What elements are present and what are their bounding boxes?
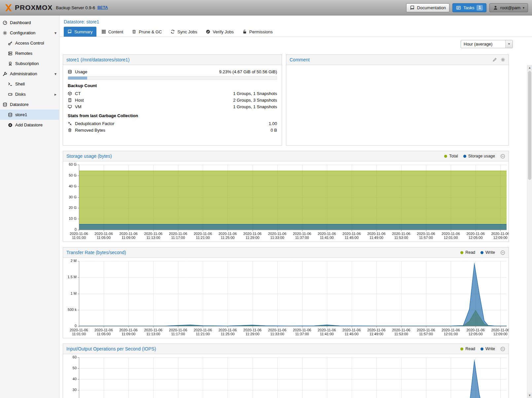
- row-label: CT: [75, 91, 81, 96]
- tab-label: Prune & GC: [139, 29, 162, 34]
- scroll-down-button[interactable]: ▼: [527, 393, 532, 398]
- gear-icon[interactable]: [501, 57, 505, 62]
- iops-panel: Input/Output Operations per Second (IOPS…: [63, 344, 509, 398]
- book-icon: [67, 29, 72, 34]
- gc-row-removed-bytes: Removed Bytes 0 B: [68, 127, 277, 133]
- sidebar-item-dashboard[interactable]: Dashboard: [0, 17, 59, 28]
- comment-body[interactable]: [286, 65, 509, 145]
- documentation-button[interactable]: Documentation: [406, 3, 449, 12]
- backup-row-ct: CT 1 Groups, 1 Snapshots: [68, 90, 277, 97]
- user-label: root@pam: [500, 5, 520, 10]
- panel-title: store1 (/mnt/datastores/store1): [66, 57, 129, 62]
- scrollbar-thumb[interactable]: [528, 71, 531, 180]
- documentation-label: Documentation: [417, 5, 446, 10]
- legend-dot: [444, 155, 447, 158]
- tab-sync-jobs[interactable]: Sync Jobs: [167, 27, 201, 37]
- legend-dot: [480, 348, 483, 350]
- sidebar-item-remotes[interactable]: Remotes: [0, 48, 59, 58]
- legend-label: Storage usage: [468, 154, 495, 158]
- row-value: 1 Groups, 1 Snapshots: [233, 91, 277, 96]
- usage-value: 9.23% (4.67 GiB of 50.56 GiB): [219, 69, 277, 74]
- legend-item: Write: [480, 347, 495, 351]
- collapse-icon[interactable]: [500, 347, 505, 351]
- shell-icon: [8, 82, 13, 86]
- sidebar-item-label: Shell: [15, 82, 25, 86]
- tab-label: Permissions: [249, 29, 273, 34]
- logo-text: PROXMOX: [15, 4, 53, 12]
- chevron-down-icon[interactable]: ▾: [54, 31, 56, 35]
- beta-link[interactable]: BETA: [97, 5, 108, 10]
- chevron-down-icon: ▾: [523, 6, 524, 10]
- sidebar-item-store1[interactable]: store1: [0, 110, 59, 120]
- sidebar-item-label: Administration: [10, 71, 37, 76]
- usage-progress-bar: [68, 76, 277, 80]
- tasks-button[interactable]: Tasks 1: [452, 3, 486, 12]
- tab-content[interactable]: Content: [98, 27, 127, 37]
- chart-toolbar: Hour (average): [60, 37, 532, 51]
- product-subtitle: Backup Server 0.9-6: [56, 5, 95, 10]
- disk-icon: [8, 92, 13, 97]
- building-icon: [68, 98, 72, 102]
- vertical-scrollbar[interactable]: ▲ ▼: [527, 65, 532, 398]
- sidebar-item-datastore[interactable]: Datastore: [0, 99, 59, 110]
- sidebar-item-shell[interactable]: Shell: [0, 79, 59, 89]
- chevron-right-icon[interactable]: ▸: [54, 92, 56, 96]
- tab-permissions[interactable]: Permissions: [239, 27, 276, 37]
- time-range-value: Hour (average): [461, 42, 505, 47]
- legend-label: Read: [465, 347, 475, 351]
- remotes-icon: [8, 51, 13, 56]
- desktop-icon: [68, 105, 72, 109]
- row-label: Removed Bytes: [75, 128, 105, 133]
- comment-panel: Comment: [286, 54, 509, 146]
- transfer-rate-panel: Transfer Rate (bytes/second) Read Write: [63, 247, 509, 338]
- sidebar-item-configuration[interactable]: Configuration ▾: [0, 28, 59, 38]
- storage-usage-panel: Storage usage (bytes) Total Storage usag…: [63, 151, 509, 242]
- sidebar-item-disks[interactable]: Disks ▸: [0, 89, 59, 99]
- sidebar-item-access-control[interactable]: Access Control: [0, 38, 59, 48]
- tab-bar: Summary Content Prune & GC Sync Jobs: [60, 27, 532, 37]
- chart-legend: Read Write: [460, 347, 505, 351]
- row-value: 1 Groups, 1 Snapshots: [233, 104, 277, 109]
- tab-label: Verify Jobs: [213, 29, 234, 34]
- tab-label: Sync Jobs: [177, 29, 197, 34]
- tab-summary[interactable]: Summary: [64, 27, 96, 37]
- legend-dot: [460, 348, 463, 350]
- storage-usage-chart: [63, 161, 509, 242]
- app-header: PROXMOX Backup Server 0.9-6 BETA Documen…: [0, 0, 532, 16]
- sidebar-item-administration[interactable]: Administration ▾: [0, 69, 59, 79]
- row-value: 0 B: [270, 128, 277, 133]
- key-icon: [8, 41, 13, 46]
- cube-icon: [68, 91, 72, 96]
- iops-chart: [63, 354, 509, 398]
- sidebar-item-subscription[interactable]: Subscription: [0, 58, 59, 69]
- usage-row: Usage 9.23% (4.67 GiB of 50.56 GiB): [68, 68, 277, 75]
- row-value: 1.00: [269, 121, 277, 126]
- tab-label: Summary: [74, 29, 93, 34]
- legend-item: Total: [444, 154, 458, 158]
- usage-label: Usage: [75, 69, 88, 74]
- sidebar-item-label: Access Control: [15, 41, 44, 46]
- legend-label: Write: [485, 347, 495, 351]
- time-range-select[interactable]: Hour (average): [461, 40, 513, 48]
- panel-title: Input/Output Operations per Second (IOPS…: [66, 346, 156, 351]
- sidebar-item-add-datastore[interactable]: Add Datastore: [0, 120, 59, 130]
- legend-label: Write: [485, 250, 495, 255]
- grid-icon: [101, 29, 106, 34]
- tasks-label: Tasks: [463, 5, 474, 10]
- sidebar: Dashboard Configuration ▾ Access Control…: [0, 16, 59, 398]
- user-icon: [493, 5, 498, 10]
- chevron-down-icon[interactable]: ▾: [54, 72, 56, 76]
- collapse-icon[interactable]: [500, 250, 505, 255]
- sidebar-item-label: Subscription: [15, 61, 39, 66]
- collapse-icon[interactable]: [500, 154, 505, 159]
- tab-prune-gc[interactable]: Prune & GC: [128, 27, 165, 37]
- scroll-up-button[interactable]: ▲: [527, 65, 532, 70]
- tab-verify-jobs[interactable]: Verify Jobs: [202, 27, 237, 37]
- sidebar-item-label: Add Datastore: [15, 122, 43, 127]
- edit-icon[interactable]: [492, 57, 497, 62]
- row-label: VM: [75, 104, 82, 109]
- proxmox-logo: PROXMOX: [4, 3, 53, 12]
- sidebar-item-label: Datastore: [10, 102, 28, 107]
- chevron-down-icon: [507, 42, 511, 46]
- user-menu-button[interactable]: root@pam ▾: [489, 3, 528, 12]
